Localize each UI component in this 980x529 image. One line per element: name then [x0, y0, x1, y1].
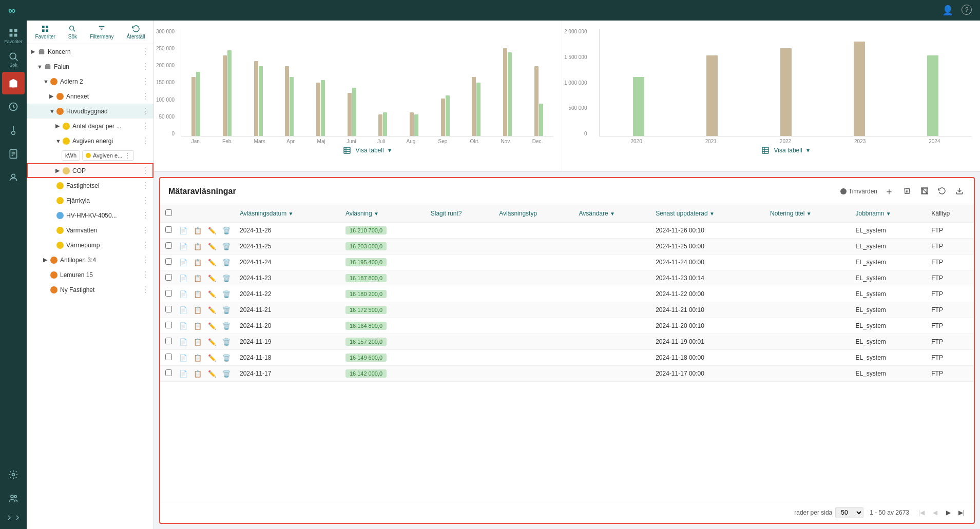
tree-node-antal-dagar[interactable]: ▶ ⚡ Antal dagar per ... ⋮ [27, 119, 153, 133]
tree-node-huvudbyggnad[interactable]: ▼ Huvudbyggnad ⋮ [27, 104, 153, 119]
row-action-doc2[interactable]: 📋 [194, 290, 202, 298]
row-checkbox[interactable] [165, 338, 172, 344]
tree-node-varmepump[interactable]: Värmepump ⋮ [27, 238, 153, 252]
row-checkbox[interactable] [165, 322, 172, 328]
row-action-edit[interactable]: ✏️ [208, 306, 216, 314]
rail-expand[interactable] [2, 511, 25, 525]
tree-node-falun[interactable]: ▼ Falun ⋮ [27, 59, 153, 74]
row-action-doc1[interactable]: 📄 [179, 290, 187, 298]
tree-node-antilopen[interactable]: ▶ Antilopen 3:4 ⋮ [27, 252, 153, 267]
col-avsändare[interactable]: Avsändare ▼ [574, 205, 651, 222]
row-action-edit[interactable]: ✏️ [208, 290, 216, 298]
row-action-doc2[interactable]: 📋 [194, 275, 202, 282]
tree-node-lemuren[interactable]: Lemuren 15 ⋮ [27, 267, 153, 282]
row-action-doc2[interactable]: 📋 [194, 370, 202, 378]
row-action-delete[interactable]: 🗑️ [222, 290, 230, 298]
tree-tool-filter[interactable]: Filtermeny [90, 25, 114, 40]
rail-item-building[interactable] [2, 72, 25, 94]
row-action-delete[interactable]: 🗑️ [222, 322, 230, 330]
tree-tool-favoriter[interactable]: Favoriter [35, 25, 55, 40]
row-action-doc2[interactable]: 📋 [194, 306, 202, 314]
row-checkbox[interactable] [165, 290, 172, 297]
page-prev-btn[interactable]: ◀ [929, 506, 941, 519]
tree-node-ny-fastighet[interactable]: Ny Fastighet ⋮ [27, 282, 153, 297]
row-action-edit[interactable]: ✏️ [208, 322, 216, 330]
row-action-doc1[interactable]: 📄 [179, 275, 187, 282]
col-avläsning[interactable]: Avläsning ▼ [340, 205, 426, 222]
col-senast-uppdaterad[interactable]: Senast uppdaterad ▼ [650, 205, 765, 222]
row-action-edit[interactable]: ✏️ [208, 259, 216, 266]
refresh-btn[interactable] [936, 185, 948, 199]
col-slagit-runt[interactable]: Slagit runt? [426, 205, 494, 222]
timvarden-btn[interactable]: Timvärden [840, 188, 877, 195]
download-btn[interactable] [953, 185, 966, 199]
tree-node-cop[interactable]: ▶ COP ⋮ [27, 163, 153, 178]
tree-node-annexet[interactable]: ▶ Annexet ⋮ [27, 89, 153, 104]
tag-kwh[interactable]: kWh [62, 150, 80, 161]
row-action-edit[interactable]: ✏️ [208, 227, 216, 234]
row-action-doc2[interactable]: 📋 [194, 259, 202, 266]
col-avläsningstyp[interactable]: Avläsningstyp [494, 205, 573, 222]
row-checkbox[interactable] [165, 258, 172, 265]
col-notering-titel[interactable]: Notering titel ▼ [765, 205, 850, 222]
tree-tool-sok[interactable]: Sök [68, 25, 77, 40]
row-action-delete[interactable]: 🗑️ [222, 243, 230, 250]
row-action-edit[interactable]: ✏️ [208, 338, 216, 346]
rail-item-users[interactable] [2, 487, 25, 510]
row-checkbox[interactable] [165, 306, 172, 312]
col-jobbnamn[interactable]: Jobbnamn ▼ [850, 205, 926, 222]
row-action-delete[interactable]: 🗑️ [222, 338, 230, 346]
tree-node-hv-hm[interactable]: HV-HM-KV-4050... ⋮ [27, 208, 153, 223]
tag-avgiven[interactable]: Avgiven e... ⋮ [82, 150, 134, 161]
col-avläsningsdatum[interactable]: Avläsningsdatum ▼ [235, 205, 340, 222]
row-action-doc1[interactable]: 📄 [179, 259, 187, 266]
page-last-btn[interactable]: ▶| [955, 506, 968, 519]
row-action-delete[interactable]: 🗑️ [222, 354, 230, 362]
help-icon[interactable]: ? [962, 5, 972, 15]
row-checkbox[interactable] [165, 226, 172, 233]
page-next-btn[interactable]: ▶ [942, 506, 954, 519]
rail-item-person[interactable] [2, 166, 25, 189]
chart1-footer[interactable]: Visa tabell ▾ [181, 144, 553, 154]
row-action-doc1[interactable]: 📄 [179, 370, 187, 378]
rail-item-docs[interactable] [2, 143, 25, 165]
chart2-footer[interactable]: Visa tabell ▾ [599, 144, 972, 154]
row-action-doc2[interactable]: 📋 [194, 354, 202, 362]
row-action-doc1[interactable]: 📄 [179, 354, 187, 362]
row-checkbox[interactable] [165, 274, 172, 281]
row-checkbox[interactable] [165, 242, 172, 249]
tree-tool-reset[interactable]: Återställ [126, 25, 145, 40]
row-action-delete[interactable]: 🗑️ [222, 275, 230, 282]
row-action-doc2[interactable]: 📋 [194, 227, 202, 234]
rail-item-dashboard[interactable]: Favoriter [2, 25, 25, 47]
row-action-delete[interactable]: 🗑️ [222, 306, 230, 314]
rail-item-circle[interactable] [2, 95, 25, 118]
row-checkbox[interactable] [165, 369, 172, 376]
add-btn[interactable]: ＋ [882, 183, 896, 200]
tree-node-varmvatten[interactable]: Varmvatten ⋮ [27, 223, 153, 238]
rail-item-search[interactable]: Sök [2, 48, 25, 71]
tree-node-avgiven-energi[interactable]: ▼ Avgiven energi ⋮ [27, 133, 153, 148]
row-action-edit[interactable]: ✏️ [208, 275, 216, 282]
row-action-doc2[interactable]: 📋 [194, 243, 202, 250]
select-all-checkbox[interactable] [165, 209, 172, 216]
delete-btn[interactable] [901, 185, 913, 199]
row-action-doc1[interactable]: 📄 [179, 227, 187, 234]
rows-per-page-select[interactable]: 50 100 200 [835, 507, 863, 518]
rail-item-thermo[interactable] [2, 119, 25, 142]
row-action-edit[interactable]: ✏️ [208, 354, 216, 362]
row-action-doc2[interactable]: 📋 [194, 322, 202, 330]
rail-item-settings[interactable] [2, 463, 25, 486]
tree-node-fjarrkyla[interactable]: Fjärrkyla ⋮ [27, 193, 153, 208]
col-källtyp[interactable]: Källtyp [926, 205, 974, 222]
tree-node-fastighetsel[interactable]: Fastighetsel ⋮ [27, 178, 153, 193]
row-action-doc1[interactable]: 📄 [179, 322, 187, 330]
page-first-btn[interactable]: |◀ [915, 506, 928, 519]
tree-node-koncern[interactable]: ▶ Koncern ⋮ [27, 44, 153, 59]
account-icon[interactable]: 👤 [942, 5, 953, 16]
row-action-edit[interactable]: ✏️ [208, 370, 216, 378]
row-action-doc2[interactable]: 📋 [194, 338, 202, 346]
row-action-edit[interactable]: ✏️ [208, 243, 216, 250]
row-checkbox[interactable] [165, 354, 172, 360]
row-action-doc1[interactable]: 📄 [179, 338, 187, 346]
